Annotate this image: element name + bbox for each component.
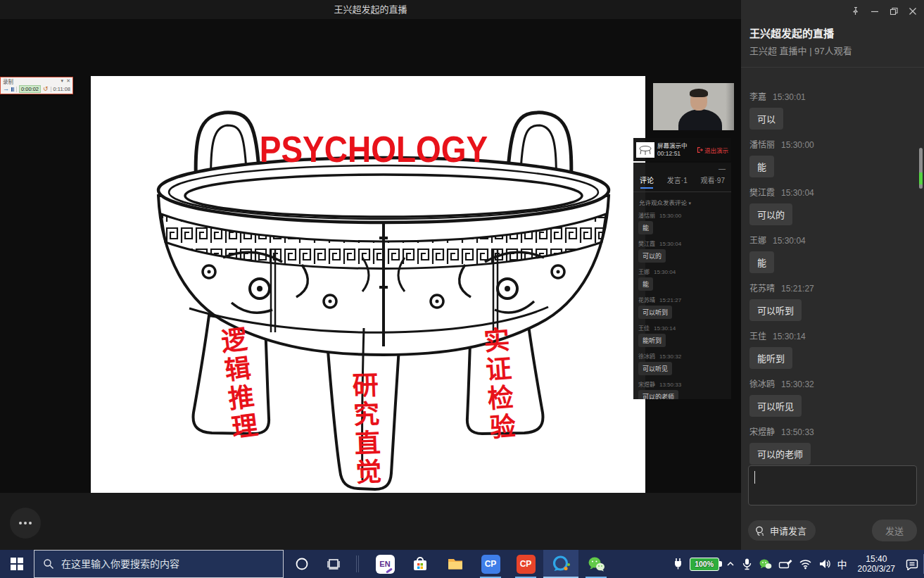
list-item: 徐冰鸥15:30:32 可以听见 — [638, 352, 726, 375]
chat-timestamp: 15:30:14 — [654, 325, 676, 332]
pen-device-icon[interactable] — [778, 558, 792, 570]
presenter-torso — [678, 109, 722, 130]
recorder-pause-icon[interactable] — [11, 87, 14, 92]
action-center-icon[interactable] — [906, 558, 918, 570]
share-status-text: 屏幕演示中 — [657, 142, 688, 150]
task-view-icon — [327, 557, 341, 571]
taskbar-apps: EN CP — [367, 550, 614, 578]
recorder-elapsed-time: 0:00:02 — [19, 85, 41, 93]
ding-vessel-illustration: PSYCHOLOGY 逻辑推理 研究直觉 实证检验 — [91, 76, 645, 493]
chat-timestamp: 15:30:01 — [773, 92, 806, 102]
tab-viewers[interactable]: 观看·97 — [701, 175, 725, 185]
cortana-icon — [295, 557, 309, 571]
chevron-down-icon: ▾ — [688, 201, 691, 206]
window-controls — [851, 6, 917, 15]
cortana-button[interactable] — [287, 550, 317, 578]
chat-timestamp: 15:30:00 — [659, 213, 681, 219]
text-caret — [754, 471, 755, 484]
taskbar-app-endnote[interactable]: EN — [367, 550, 403, 578]
taskbar-separator — [356, 555, 357, 572]
sidebar-actions: 申请发言 发送 — [748, 520, 917, 541]
taskbar: EN CP — [0, 550, 924, 578]
recorder-play-icon[interactable]: → — [3, 86, 9, 92]
recorder-replay-icon[interactable]: ↺ — [43, 86, 49, 92]
live-classroom-icon — [552, 555, 571, 574]
stage-bottom-bar — [0, 493, 741, 550]
close-icon[interactable] — [909, 7, 917, 15]
recording-title: 录制 — [3, 77, 13, 85]
recorder-dropdown-icon[interactable]: ▾ — [61, 78, 64, 84]
slide-leg-label-middle: 研究直觉 — [348, 371, 382, 487]
chat-scrollbar[interactable] — [919, 148, 923, 189]
presenter-hair — [690, 89, 708, 97]
tab-speakers[interactable]: 发言·1 — [667, 175, 688, 185]
taskbar-app-cp-blue[interactable]: CP — [473, 550, 508, 578]
volume-icon[interactable] — [818, 558, 831, 570]
panel-collapse-icon[interactable]: — — [719, 165, 726, 172]
recorder-total-time: 0:11:08 — [53, 86, 70, 92]
screen: 王兴超发起的直播 — [0, 0, 924, 578]
tab-comments[interactable]: 评论 — [640, 175, 654, 185]
taskbar-app-file-explorer[interactable] — [438, 550, 473, 578]
taskbar-app-cp-red[interactable]: CP — [508, 550, 543, 578]
request-to-speak-button[interactable]: 申请发言 — [748, 520, 816, 541]
chat-timestamp: 15:30:32 — [659, 353, 681, 360]
share-preview-thumbnail — [636, 142, 654, 158]
list-item: 宋煜静13:50:33 可以的老师 — [638, 380, 726, 399]
chat-timestamp: 15:21:27 — [781, 284, 814, 294]
chat-bubble: 可以听见 — [749, 395, 802, 417]
chat-author: 李嘉 — [749, 92, 766, 102]
recording-toolbar: 录制 ▾ ✕ → 0:00:02 ↺ 0:11:08 — [0, 77, 73, 94]
power-plug-icon[interactable] — [673, 558, 683, 570]
table-row: 潘恬丽15:30:00 能 — [749, 138, 911, 177]
start-button[interactable] — [0, 550, 34, 578]
new-message-indicator — [919, 172, 923, 184]
send-button[interactable]: 发送 — [872, 520, 917, 541]
wifi-icon[interactable] — [799, 559, 812, 570]
comment-panel: — 评论 发言·1 观看·97 允许观众发表评论 ▾ 潘恬丽15:30:00 能 — [633, 163, 731, 399]
table-row: 宋煜静13:50:33 可以的老师 — [749, 425, 911, 465]
taskbar-app-store[interactable] — [403, 550, 438, 578]
chat-author: 潘恬丽 — [749, 140, 775, 150]
comment-permission-dropdown[interactable]: 允许观众发表评论 ▾ — [638, 192, 726, 211]
table-row: 王佳15:30:14 能听到 — [749, 329, 911, 369]
cp-blue-icon: CP — [481, 555, 500, 574]
slide-heading: PSYCHOLOGY — [260, 128, 488, 169]
chat-author: 宋煜静 — [749, 427, 775, 437]
battery-indicator[interactable]: 100% — [690, 558, 719, 571]
windows-logo-icon — [11, 558, 23, 570]
chat-bubble: 能 — [638, 221, 653, 234]
chat-author: 樊江霞 — [749, 188, 775, 198]
live-status: 王兴超 直播中 | 97人观看 — [749, 44, 852, 57]
taskbar-app-live-classroom[interactable] — [543, 550, 578, 578]
table-row: 花苏晴15:21:27 可以听到 — [749, 282, 911, 321]
restore-icon[interactable] — [890, 7, 898, 15]
taskbar-app-wechat[interactable] — [578, 550, 614, 578]
more-options-button[interactable] — [10, 508, 41, 539]
microphone-icon[interactable] — [742, 558, 752, 570]
screen-share-bar: 屏幕演示中 00:12:51 退出演示 — [633, 138, 731, 161]
presentation-slide: PSYCHOLOGY 逻辑推理 研究直觉 实证检验 — [91, 76, 645, 493]
task-view-button[interactable] — [319, 550, 348, 578]
wechat-tray-icon[interactable] — [759, 558, 772, 570]
ime-indicator[interactable]: 中 — [837, 557, 847, 571]
pin-icon[interactable] — [851, 6, 860, 15]
exit-presentation-button[interactable]: 退出演示 — [696, 146, 728, 154]
chat-input[interactable] — [748, 465, 917, 505]
table-row: 王娜15:30:04 能 — [749, 234, 911, 273]
minimize-icon[interactable] — [871, 7, 879, 15]
tray-expand-icon[interactable] — [726, 559, 735, 569]
chat-timestamp: 13:50:33 — [659, 382, 681, 388]
recorder-close-icon[interactable]: ✕ — [66, 78, 70, 84]
chat-timestamp: 15:30:32 — [781, 379, 814, 389]
divider — [741, 67, 924, 68]
file-explorer-icon — [446, 555, 464, 573]
chat-timestamp: 15:30:04 — [781, 188, 814, 198]
taskbar-search[interactable] — [34, 550, 284, 578]
search-input[interactable] — [61, 558, 274, 570]
chat-author: 王佳 — [638, 325, 650, 332]
chat-author: 王娜 — [638, 269, 650, 275]
chat-author: 宋煜静 — [638, 382, 655, 388]
taskbar-clock[interactable]: 15:40 2020/3/27 — [854, 554, 899, 574]
clock-date: 2020/3/27 — [858, 564, 895, 574]
